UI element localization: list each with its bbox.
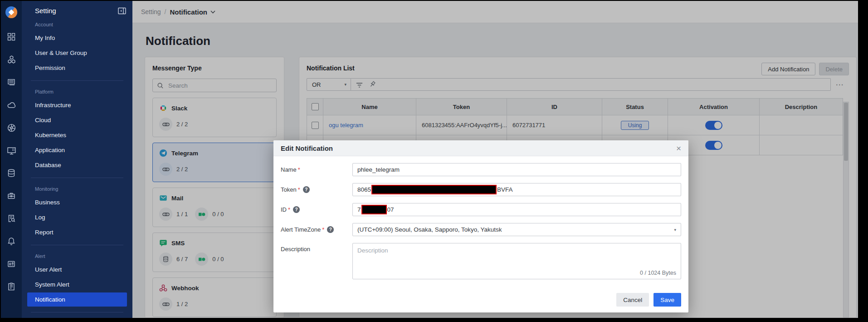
- log-search-icon[interactable]: [1, 207, 22, 230]
- app-logo-icon[interactable]: [5, 5, 18, 19]
- sidebar-divider: [31, 245, 123, 245]
- id-card-icon[interactable]: [1, 253, 22, 275]
- timezone-field-label: Alert TimeZone* ?: [281, 226, 352, 233]
- edit-notification-modal: Edit Notification × Name* Token* ? 8065 …: [273, 140, 688, 312]
- help-icon[interactable]: ?: [327, 226, 334, 233]
- briefcase-icon[interactable]: [1, 184, 22, 207]
- redaction-box: [361, 205, 387, 214]
- help-icon[interactable]: ?: [293, 206, 300, 213]
- icon-rail: [1, 1, 22, 318]
- sidebar-section-account: Account: [22, 15, 132, 30]
- modal-title: Edit Notification: [281, 144, 333, 152]
- bell-icon[interactable]: [1, 230, 22, 253]
- id-field-label: ID* ?: [281, 206, 352, 213]
- caret-down-icon: ▾: [674, 228, 676, 232]
- id-field[interactable]: 7 07: [352, 203, 681, 216]
- sidebar-divider: [31, 80, 123, 81]
- hexagon-cluster-icon[interactable]: [1, 48, 22, 71]
- sidebar-item-database[interactable]: Database: [27, 158, 127, 172]
- token-field[interactable]: 8065 BVFA: [352, 183, 681, 196]
- id-value-suffix: 07: [387, 206, 394, 213]
- description-field-wrap: 0 / 1024 Bytes: [352, 243, 681, 279]
- sidebar-item-user-group[interactable]: User & User Group: [27, 46, 127, 60]
- application-monitor-icon[interactable]: [1, 139, 22, 162]
- sidebar-item-infrastructure[interactable]: Infrastructure: [27, 98, 127, 112]
- sidebar-item-cloud[interactable]: Cloud: [27, 113, 127, 127]
- token-value-prefix: 8065: [357, 186, 371, 193]
- description-textarea[interactable]: [353, 243, 681, 270]
- sidebar-divider: [31, 178, 123, 178]
- save-button[interactable]: Save: [653, 293, 681, 307]
- sidebar-collapse-icon[interactable]: [118, 7, 126, 15]
- close-icon[interactable]: ×: [676, 144, 681, 153]
- server-stack-icon[interactable]: [1, 71, 22, 94]
- id-value-prefix: 7: [357, 206, 361, 213]
- cloud-icon[interactable]: [1, 94, 22, 116]
- app-window: Setting Account My Info User & User Grou…: [1, 1, 858, 318]
- name-field[interactable]: [352, 163, 681, 176]
- sidebar-item-user-alert[interactable]: User Alert: [27, 263, 127, 277]
- sidebar-section-platform: Platform: [22, 82, 132, 97]
- timezone-value: (UTC+09:00) Seoul, Osaka, Sapporo, Tokyo…: [357, 226, 502, 233]
- sidebar-item-my-info[interactable]: My Info: [27, 31, 127, 45]
- timezone-select[interactable]: (UTC+09:00) Seoul, Osaka, Sapporo, Tokyo…: [352, 223, 681, 236]
- description-field-label: Description: [281, 246, 352, 253]
- sidebar-item-report[interactable]: Report: [27, 225, 127, 239]
- help-icon[interactable]: ?: [303, 186, 310, 193]
- database-icon[interactable]: [1, 162, 22, 184]
- name-field-label: Name*: [281, 166, 352, 173]
- sidebar-item-application[interactable]: Application: [27, 143, 127, 157]
- sidebar-item-system-alert[interactable]: System Alert: [27, 277, 127, 292]
- dashboard-icon[interactable]: [1, 25, 22, 48]
- sidebar-item-log[interactable]: Log: [27, 210, 127, 224]
- sidebar-item-kubernetes[interactable]: Kubernetes: [27, 128, 127, 142]
- sidebar-section-monitoring: Monitoring: [22, 179, 132, 194]
- sidebar-title: Setting: [35, 7, 56, 15]
- clipboard-icon[interactable]: [1, 275, 22, 298]
- sidebar-item-permission[interactable]: Permission: [27, 61, 127, 75]
- sidebar-divider: [31, 312, 123, 312]
- settings-sidebar: Setting Account My Info User & User Grou…: [22, 1, 132, 318]
- token-value-suffix: BVFA: [497, 186, 513, 193]
- byte-counter: 0 / 1024 Bytes: [640, 270, 676, 276]
- redaction-box: [371, 185, 497, 194]
- cancel-button[interactable]: Cancel: [616, 293, 649, 307]
- sidebar-section-alert: Alert: [22, 246, 132, 262]
- kubernetes-icon[interactable]: [1, 116, 22, 139]
- sidebar-item-notification[interactable]: Notification: [27, 292, 127, 307]
- token-field-label: Token* ?: [281, 186, 352, 193]
- sidebar-item-business[interactable]: Business: [27, 195, 127, 209]
